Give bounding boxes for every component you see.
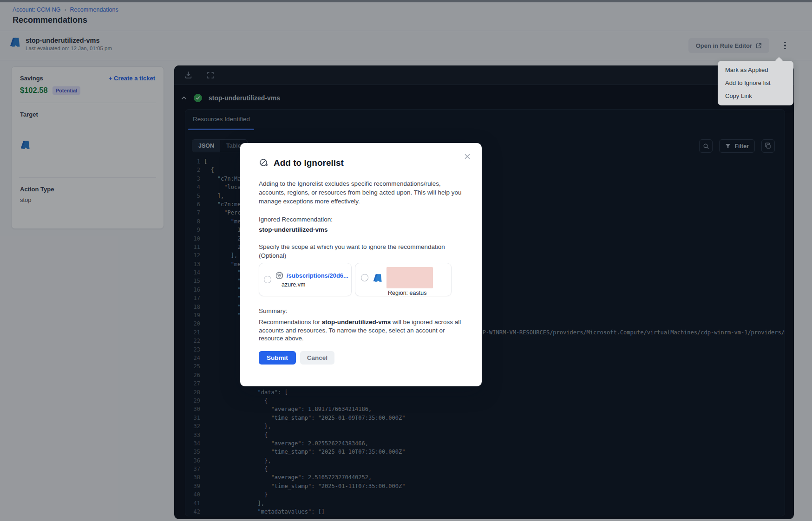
ignore-icon (259, 158, 269, 168)
cancel-button[interactable]: Cancel (300, 351, 334, 365)
scope-option-account[interactable]: /subscriptions/20d6... azure.vm (259, 263, 352, 296)
scope-account-radio[interactable] (264, 276, 271, 283)
page: Account: CCM-NG › Recommendations Recomm… (0, 0, 812, 521)
scope-option-resource[interactable]: Region: eastus (355, 263, 452, 296)
modal-title: Add to Ignorelist (274, 158, 344, 168)
submit-button[interactable]: Submit (259, 351, 296, 365)
summary-rule-name: stop-underutilized-vms (322, 319, 391, 326)
resource-type-label: azure.vm (282, 281, 348, 288)
azure-icon (373, 273, 382, 283)
modal-close-button[interactable] (461, 150, 473, 163)
subscription-link[interactable]: /subscriptions/20d6... (287, 272, 348, 279)
scope-label: Specify the scope at which you want to i… (259, 242, 463, 260)
account-icon (275, 271, 284, 280)
add-to-ignorelist-modal: Add to Ignorelist Adding to the Ignoreli… (240, 143, 482, 386)
modal-description: Adding to the Ignorelist excludes specif… (259, 179, 463, 206)
ignored-recommendation-label: Ignored Recommendation: (259, 216, 463, 223)
scope-resource-radio[interactable] (361, 274, 368, 281)
summary-label: Summary: (259, 307, 463, 314)
region-caption: Region: eastus (388, 290, 447, 296)
ignored-recommendation-value: stop-underutilized-vms (259, 226, 463, 233)
close-icon (464, 153, 471, 160)
summary-text: Recommendations for stop-underutilized-v… (259, 318, 463, 343)
broken-resource-image (386, 267, 433, 288)
